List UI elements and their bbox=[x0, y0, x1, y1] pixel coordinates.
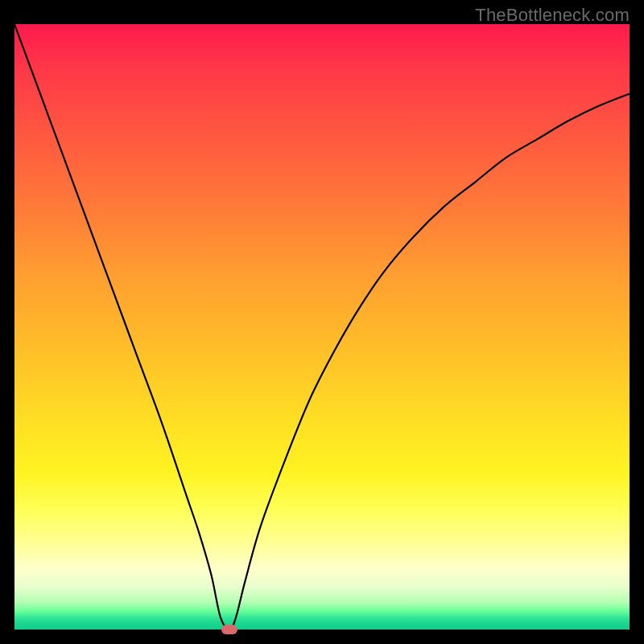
curve-svg bbox=[14, 24, 630, 630]
bottleneck-curve bbox=[14, 24, 630, 630]
watermark-text: TheBottleneck.com bbox=[475, 5, 630, 26]
chart-frame bbox=[14, 24, 630, 630]
optimal-point-marker bbox=[221, 625, 237, 634]
